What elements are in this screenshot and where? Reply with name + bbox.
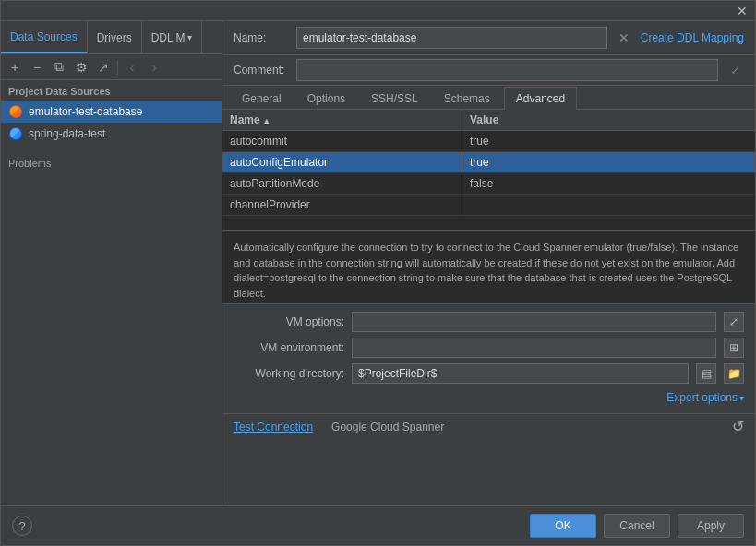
problems-section: Problems — [1, 152, 222, 174]
name-label: Name: — [234, 31, 289, 44]
cell-value-autoConfigEmulator: true — [462, 152, 755, 172]
toolbar-tabs: Data Sources Drivers DDL M ▾ — [1, 21, 202, 53]
working-directory-browse-button[interactable]: 📁 — [724, 363, 744, 384]
main-dialog: ✕ Data Sources Drivers DDL M ▾ — [0, 0, 756, 546]
cell-name-channelProvider: channelProvider — [222, 195, 462, 215]
icon-toolbar: + − ⧉ ⚙ ↗ ‹ › — [1, 54, 222, 80]
table-row[interactable]: channelProvider — [222, 195, 755, 216]
bottom-form: VM options: ⤢ VM environment: ⊞ Working … — [222, 303, 755, 413]
description-box: Automatically configure the connection t… — [222, 230, 755, 303]
tab-drivers[interactable]: Drivers — [88, 21, 142, 53]
properties-table: Name Value autocommit true autoConfigEmu… — [222, 110, 755, 230]
vm-options-label: VM options: — [234, 315, 344, 328]
clear-name-button[interactable]: ✕ — [615, 29, 633, 47]
help-button[interactable]: ? — [12, 516, 32, 536]
apply-button[interactable]: Apply — [678, 514, 744, 538]
tab-data-sources[interactable]: Data Sources — [1, 21, 88, 53]
section-label: Project Data Sources — [1, 80, 222, 101]
nav-forward-button[interactable]: › — [144, 57, 164, 77]
comment-label: Comment: — [234, 64, 289, 77]
main-area: Data Sources Drivers DDL M ▾ + − — [1, 21, 755, 505]
vm-environment-label: VM environment: — [234, 341, 344, 354]
sidebar-item-spring-data-test[interactable]: spring-data-test — [1, 123, 222, 145]
db-icon-inner — [9, 105, 22, 118]
cell-name-autocommit: autocommit — [222, 131, 462, 151]
working-directory-macro-button[interactable]: ▤ — [696, 363, 716, 384]
working-directory-row: Working directory: ▤ 📁 — [234, 363, 744, 384]
create-ddl-link[interactable]: Create DDL Mapping — [641, 31, 744, 44]
table-row-selected[interactable]: autoConfigEmulator true — [222, 152, 755, 173]
separator — [117, 60, 118, 75]
cell-value-autocommit: true — [462, 131, 755, 151]
cancel-button[interactable]: Cancel — [604, 514, 670, 538]
left-panel: Data Sources Drivers DDL M ▾ + − — [1, 21, 222, 505]
ok-button[interactable]: OK — [530, 514, 596, 538]
close-button[interactable]: ✕ — [735, 4, 750, 18]
remove-button[interactable]: − — [27, 57, 47, 77]
expert-options-row[interactable]: Expert options ▾ — [234, 389, 744, 406]
tab-general[interactable]: General — [230, 87, 294, 110]
tab-options[interactable]: Options — [295, 87, 357, 110]
bottom-bar: Test Connection Google Cloud Spanner ↺ — [222, 413, 755, 440]
top-toolbar: Data Sources Drivers DDL M ▾ — [1, 21, 222, 54]
comment-row: Comment: ⤢ — [222, 55, 755, 86]
title-bar: ✕ — [1, 1, 755, 21]
sidebar-item-emulator-test-database[interactable]: emulator-test-database — [1, 101, 222, 123]
tabs-bar: General Options SSH/SSL Schemas Advanced — [222, 86, 755, 110]
expand-comment-button[interactable]: ⤢ — [726, 61, 744, 79]
name-input[interactable] — [296, 27, 607, 49]
tab-ssh-ssl[interactable]: SSH/SSL — [359, 87, 430, 110]
vm-environment-input[interactable] — [352, 338, 716, 358]
dialog-buttons: ? OK Cancel Apply — [1, 505, 755, 545]
tab-schemas[interactable]: Schemas — [432, 87, 502, 110]
table-header: Name Value — [222, 110, 755, 131]
cell-name-autoPartitionMode: autoPartitionMode — [222, 173, 462, 194]
tab-ddl-mappings[interactable]: DDL M ▾ — [142, 21, 202, 53]
chevron-down-icon: ▾ — [187, 32, 192, 42]
vm-options-row: VM options: ⤢ — [234, 312, 744, 332]
cell-value-autoPartitionMode: false — [462, 173, 755, 194]
vm-environment-expand-button[interactable]: ⊞ — [724, 338, 744, 358]
reset-button[interactable]: ↺ — [732, 420, 744, 434]
db-type-label: Google Cloud Spanner — [320, 421, 725, 433]
vm-options-input[interactable] — [352, 312, 716, 332]
properties-button[interactable]: ⚙ — [71, 57, 91, 77]
tab-advanced[interactable]: Advanced — [504, 87, 577, 110]
db-icon-2 — [8, 126, 23, 141]
col-value-header: Value — [462, 110, 755, 130]
comment-input[interactable] — [296, 59, 718, 81]
table-row[interactable]: autocommit true — [222, 131, 755, 152]
cell-name-autoConfigEmulator: autoConfigEmulator — [222, 152, 462, 172]
export-button[interactable]: ↗ — [93, 57, 114, 77]
expert-options-chevron-icon: ▾ — [739, 393, 744, 403]
right-panel: Name: ✕ Create DDL Mapping Comment: ⤢ Ge… — [222, 21, 755, 505]
test-connection-link[interactable]: Test Connection — [234, 421, 313, 433]
cell-value-channelProvider — [462, 195, 755, 215]
working-directory-input[interactable] — [352, 363, 689, 384]
db-icon — [8, 104, 23, 119]
nav-back-button[interactable]: ‹ — [122, 57, 142, 77]
table-row[interactable]: autoPartitionMode false — [222, 173, 755, 195]
working-directory-label: Working directory: — [234, 367, 344, 380]
add-button[interactable]: + — [5, 57, 25, 77]
vm-options-expand-button[interactable]: ⤢ — [724, 312, 744, 332]
name-row: Name: ✕ Create DDL Mapping — [222, 21, 755, 55]
copy-button[interactable]: ⧉ — [49, 57, 69, 77]
expert-options-label: Expert options — [666, 391, 738, 404]
db-icon-inner-2 — [9, 127, 22, 140]
col-name-header: Name — [222, 110, 462, 130]
vm-environment-row: VM environment: ⊞ — [234, 338, 744, 358]
